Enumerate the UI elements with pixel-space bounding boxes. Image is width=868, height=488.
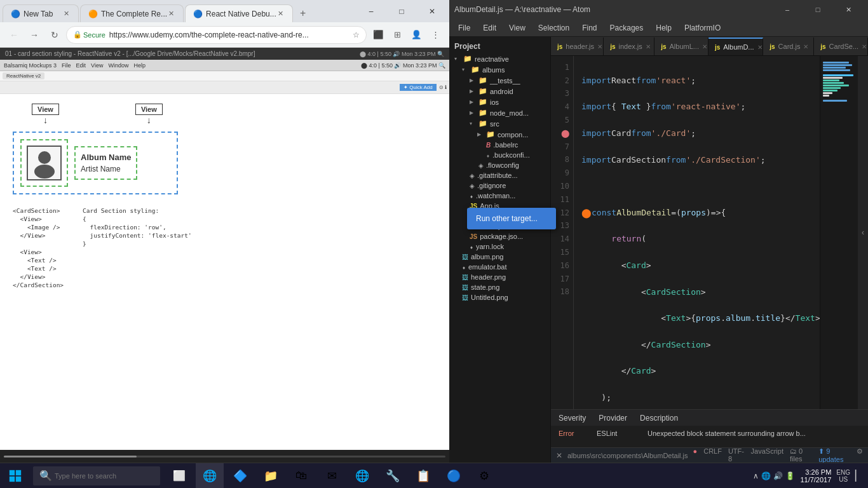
tab-albuml[interactable]: js AlbumL... ✕ (654, 37, 709, 55)
menu-selection[interactable]: Selection (532, 19, 576, 37)
tray-arrow[interactable]: ∧ (753, 471, 759, 480)
tree-src[interactable]: ▾ 📁 src (449, 118, 550, 129)
tab-close-3[interactable]: ✕ (276, 8, 285, 19)
atom-maximize-button[interactable]: □ (803, 1, 832, 19)
tree-statepng[interactable]: 🖼 state.png (449, 282, 550, 292)
network-icon[interactable]: 🌐 (761, 471, 771, 480)
tree-ios[interactable]: ▶ 📁 ios (449, 97, 550, 107)
tab-albumd[interactable]: js AlbumD... ✕ (709, 37, 763, 55)
tree-watchman[interactable]: ⬧ .watchman... (449, 191, 550, 201)
tab-headerjs[interactable]: js header.js ✕ (551, 37, 604, 55)
menu-platformio[interactable]: PlatformIO (678, 19, 727, 37)
tab-indexjs[interactable]: js index.js ✕ (604, 37, 654, 55)
volume-icon[interactable]: 🔊 (773, 471, 783, 480)
tab-close-albumd[interactable]: ✕ (757, 44, 763, 51)
bookmark-icon[interactable]: ☆ (353, 30, 360, 39)
taskview-button[interactable]: ⬜ (165, 463, 193, 489)
tree-gitattributes[interactable]: ◈ .gitattribute... (449, 170, 550, 180)
refresh-button[interactable]: ↻ (46, 26, 64, 44)
collapse-panel-button[interactable]: ‹ (858, 56, 868, 409)
chrome-maximize-button[interactable]: □ (387, 2, 416, 20)
editor-tabs: js header.js ✕ js index.js ✕ js AlbumL..… (551, 37, 868, 56)
tab-cardse[interactable]: js CardSe... ✕ (814, 37, 868, 55)
new-tab-button[interactable]: + (294, 4, 312, 22)
tree-untitledpng[interactable]: 🖼 Untitled.png (449, 292, 550, 302)
taskbar-explorer-icon[interactable]: 📁 (257, 463, 285, 489)
status-language[interactable]: JavaScript (751, 447, 783, 463)
menu-file[interactable]: File (452, 19, 477, 37)
tree-yarnlock[interactable]: ⬧ yarn.lock (449, 241, 550, 252)
settings-icon[interactable]: ⚙ (857, 447, 863, 463)
taskbar-edge-icon[interactable]: 🔷 (226, 463, 254, 489)
address-bar[interactable]: 🔒 Secure https://www.udemy.com/the-compl… (66, 26, 367, 44)
atom-minimize-button[interactable]: – (773, 1, 802, 19)
taskbar-app7-icon[interactable]: 🔧 (379, 463, 407, 489)
chrome-close-button[interactable]: ✕ (417, 2, 447, 20)
tab-close-cardse[interactable]: ✕ (862, 43, 867, 50)
tab-cardjs[interactable]: js Card.js ✕ (763, 37, 814, 55)
tree-packagejson[interactable]: JS package.jso... (449, 231, 550, 241)
mockup-menu-view[interactable]: View (91, 62, 103, 69)
tab-close-1[interactable]: ✕ (62, 8, 71, 19)
panel-close-button[interactable]: ✕ (556, 451, 562, 460)
back-button[interactable]: ← (5, 26, 23, 44)
taskbar-search-box[interactable]: 🔍 (33, 466, 160, 485)
tab-close-indexjs[interactable]: ✕ (646, 43, 651, 50)
search-input[interactable] (55, 472, 144, 480)
taskbar-chrome2-icon[interactable]: 🌐 (348, 463, 376, 489)
taskbar-app10-icon[interactable]: ⚙ (470, 463, 498, 489)
mockup-tab-label[interactable]: ReactNative v2 (3, 72, 44, 79)
chrome-tab-3[interactable]: 🔵 React Native Debu... ✕ (185, 4, 293, 22)
video-scrollbar[interactable] (0, 450, 449, 463)
status-updates[interactable]: ⬆ 9 updates (818, 447, 850, 463)
tree-albums[interactable]: ▾ 📁 albums (449, 64, 550, 75)
menu-packages[interactable]: Packages (604, 19, 650, 37)
status-crlf[interactable]: CRLF (703, 447, 722, 463)
chrome-tab-2[interactable]: 🟠 The Complete Re... ✕ (80, 4, 184, 22)
menu-help[interactable]: Help (649, 19, 678, 37)
taskbar-mail-icon[interactable]: ✉ (318, 463, 346, 489)
tab-close-cardjs[interactable]: ✕ (803, 43, 808, 50)
mockup-menu-edit[interactable]: Edit (76, 62, 86, 69)
tree-components[interactable]: ▶ 📁 compon... (449, 129, 550, 140)
chrome-tab-new[interactable]: 🔵 New Tab ✕ (3, 4, 79, 22)
code-content[interactable]: import React from 'react'; import { Text… (574, 56, 820, 409)
tree-node-modules[interactable]: ▶ 📁 node_mod... (449, 107, 550, 118)
menu-find[interactable]: Find (576, 19, 603, 37)
tree-albumpng[interactable]: 🖼 album.png (449, 252, 550, 262)
taskbar-chrome-icon[interactable]: 🌐 (196, 463, 224, 489)
mockup-menu-file[interactable]: File (62, 62, 71, 69)
taskbar-store-icon[interactable]: 🛍 (287, 463, 315, 489)
profile-button[interactable]: 👤 (407, 26, 425, 44)
tree-gitignore[interactable]: ◈ .gitignore (449, 180, 550, 191)
cast-button[interactable]: ⊞ (388, 26, 406, 44)
tree-root[interactable]: ▾ 📁 reactnative (449, 53, 550, 64)
mockup-menu-help[interactable]: Help (133, 62, 146, 69)
show-desktop-button[interactable]: ▏ (855, 470, 863, 482)
taskbar-app8-icon[interactable]: 📋 (409, 463, 437, 489)
menu-button[interactable]: ⋮ (426, 26, 444, 44)
tree-babelrc[interactable]: ▶ B .babelrc (449, 140, 550, 150)
forward-button[interactable]: → (25, 26, 43, 44)
tab-close-headerjs[interactable]: ✕ (597, 43, 602, 50)
atom-close-button[interactable]: ✕ (834, 1, 863, 19)
tree-tests[interactable]: ▶ 📁 __tests__ (449, 75, 550, 86)
chrome-minimize-button[interactable]: – (356, 2, 386, 20)
toolbar-quick-add[interactable]: ✦ Quick Add (400, 84, 437, 91)
extensions-button[interactable]: ⬛ (369, 26, 387, 44)
mockup-menu-window[interactable]: Window (108, 62, 128, 69)
taskbar-clock[interactable]: 3:26 PM 11/7/2017 (800, 468, 831, 484)
tree-headerpng[interactable]: 🖼 header.png (449, 272, 550, 282)
menu-view[interactable]: View (503, 19, 532, 37)
menu-edit[interactable]: Edit (477, 19, 503, 37)
tree-flowconfig[interactable]: ▶ ◈ .flowconfig (449, 160, 550, 170)
start-button[interactable] (0, 463, 31, 489)
tab-close-2[interactable]: ✕ (167, 8, 175, 19)
tab-close-albuml[interactable]: ✕ (702, 43, 707, 50)
tree-buckconfig[interactable]: ▶ ⬧ .buckconfi... (449, 150, 550, 160)
tree-android[interactable]: ▶ 📁 android (449, 86, 550, 97)
status-charset[interactable]: UTF-8 (728, 447, 745, 463)
tree-emulatorbat[interactable]: ⬧ emulator.bat (449, 262, 550, 272)
context-menu-run-other-target[interactable]: Run other target... (467, 210, 556, 227)
taskbar-app9-icon[interactable]: 🔵 (440, 463, 468, 489)
